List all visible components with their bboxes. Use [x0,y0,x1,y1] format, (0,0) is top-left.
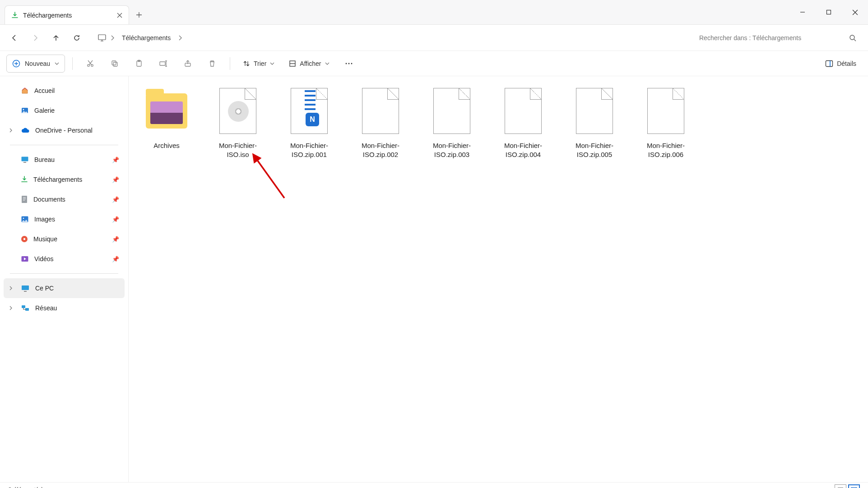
file-name: Mon-Fichier-ISO.zip.005 [568,141,621,160]
view-icons-button[interactable] [848,484,860,488]
chevron-down-icon [55,62,59,65]
sort-button[interactable]: Trier [237,55,280,73]
svg-rect-26 [22,285,29,290]
share-button[interactable] [177,55,198,73]
file-item[interactable]: Mon-Fichier-ISO.zip.005 [568,85,621,160]
sidebar-label: Téléchargements [33,176,82,183]
up-button[interactable] [46,28,66,48]
chevron-right-icon[interactable] [9,128,13,133]
this-pc-icon [97,34,107,42]
refresh-button[interactable] [67,28,87,48]
sidebar-label: Accueil [34,87,55,94]
details-pane-button[interactable]: Détails [820,55,862,73]
breadcrumb-chevron[interactable] [174,35,186,41]
file-name: Archives [153,141,180,150]
details-label: Détails [837,60,856,67]
close-icon[interactable] [117,13,122,18]
sort-label: Trier [254,60,266,67]
file-item[interactable]: Mon-Fichier-ISO.zip.006 [640,85,692,160]
svg-rect-7 [113,62,117,66]
search-placeholder: Rechercher dans : Téléchargements [699,34,849,41]
address-bar[interactable]: Téléchargements [92,28,687,48]
iso-file-icon [217,85,259,137]
tab-title: Téléchargements [23,12,72,19]
svg-line-29 [256,158,284,198]
sidebar-item-desktop[interactable]: Bureau 📌 [4,150,125,170]
gallery-icon [21,106,29,115]
chevron-down-icon [270,62,274,65]
sidebar-item-onedrive[interactable]: OneDrive - Personal [4,120,125,140]
more-button[interactable] [339,55,359,73]
file-item[interactable]: Archives [140,85,193,160]
back-button[interactable] [5,28,24,48]
file-item[interactable]: Mon-Fichier-ISO.zip.003 [426,85,478,160]
new-tab-button[interactable] [129,5,149,24]
sidebar-label: OneDrive - Personal [35,127,93,134]
files-area[interactable]: Archives Mon-Fichier-ISO.iso N Mon-Fichi… [129,76,868,482]
breadcrumb-downloads[interactable]: Téléchargements [118,34,174,41]
file-item[interactable]: Mon-Fichier-ISO.iso [212,85,264,160]
sidebar-item-videos[interactable]: Vidéos 📌 [4,249,125,269]
sidebar-item-music[interactable]: Musique 📌 [4,229,125,249]
body: Accueil Galerie OneDrive - Personal Bure… [0,76,868,482]
file-item[interactable]: Mon-Fichier-ISO.zip.002 [354,85,407,160]
titlebar: Téléchargements [0,0,868,25]
pin-icon: 📌 [112,236,119,243]
sidebar-item-network[interactable]: Réseau [4,298,125,318]
sidebar-label: Bureau [34,156,55,163]
pin-icon: 📌 [112,196,119,203]
home-icon [21,87,29,95]
svg-point-24 [23,238,25,240]
sidebar-label: Musique [33,235,57,243]
sidebar-item-images[interactable]: Images 📌 [4,209,125,229]
copy-button[interactable] [104,55,125,73]
sidebar-label: Images [34,216,55,223]
file-name: Mon-Fichier-ISO.zip.006 [640,141,692,160]
video-icon [21,255,29,262]
cut-button[interactable] [80,55,101,73]
new-label: Nouveau [25,60,50,67]
forward-button[interactable] [25,28,45,48]
new-button[interactable]: Nouveau [6,55,65,73]
download-icon [11,12,19,19]
view-details-button[interactable] [835,484,846,488]
chevron-right-icon[interactable] [9,286,13,290]
generic-file-icon [360,85,401,137]
minimize-button[interactable] [789,5,816,20]
view-label: Afficher [300,60,321,67]
sidebar-item-this-pc[interactable]: Ce PC [4,278,125,298]
desktop-icon [21,156,29,163]
folder-icon [146,85,187,137]
breadcrumb-chevron[interactable] [107,35,118,41]
file-name: Mon-Fichier-ISO.zip.004 [497,141,549,160]
file-item[interactable]: Mon-Fichier-ISO.zip.004 [497,85,549,160]
sidebar-item-gallery[interactable]: Galerie [4,101,125,120]
generic-file-icon [645,85,687,137]
tab-active[interactable]: Téléchargements [5,5,129,24]
sidebar-label: Réseau [35,304,57,312]
chevron-right-icon[interactable] [9,306,13,310]
svg-point-22 [23,218,24,219]
sidebar-label: Vidéos [34,255,54,262]
file-item[interactable]: N Mon-Fichier-ISO.zip.001 [283,85,335,160]
close-button[interactable] [842,5,868,20]
svg-rect-20 [22,196,27,203]
svg-rect-0 [827,10,831,14]
sidebar-item-downloads[interactable]: Téléchargements 📌 [4,170,125,189]
paste-button[interactable] [129,55,149,73]
search-icon [849,34,856,41]
delete-button[interactable] [202,55,223,73]
chevron-down-icon [325,62,330,65]
svg-rect-10 [160,62,165,65]
rename-button[interactable] [153,55,174,73]
sidebar-item-home[interactable]: Accueil [4,81,125,101]
sidebar-item-documents[interactable]: Documents 📌 [4,189,125,209]
details-pane-icon [825,60,833,67]
view-button[interactable]: Afficher [283,55,334,73]
annotation-arrow [251,153,296,207]
svg-point-15 [351,63,352,64]
pc-icon [21,285,30,292]
document-icon [21,195,28,203]
maximize-button[interactable] [816,5,842,20]
search-input[interactable]: Rechercher dans : Téléchargements [692,28,863,48]
